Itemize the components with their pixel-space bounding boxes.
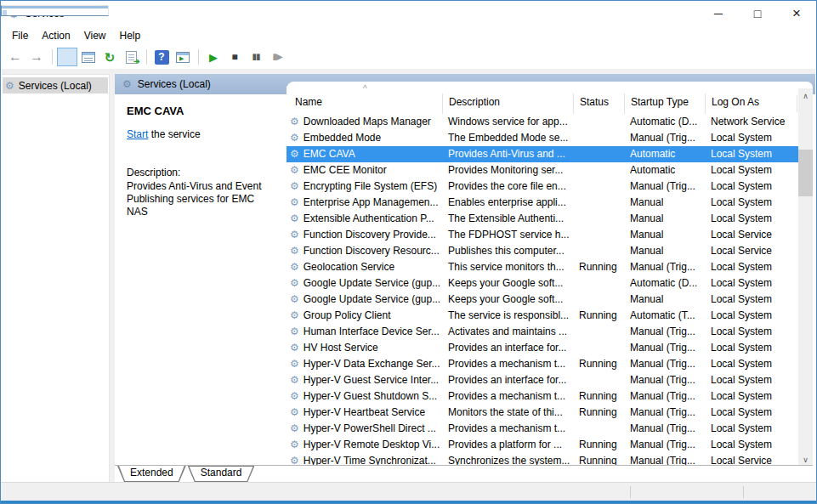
properties-button[interactable] [78,48,99,66]
stop-service-button[interactable]: ■ [224,48,245,66]
tree-item-services-local[interactable]: ⚙ Services (Local) [3,77,108,93]
table-row[interactable]: ⚙Hyper-V Guest Service Inter...Provides … [287,372,798,388]
column-header-name[interactable]: Name [287,93,442,114]
service-description-cell: This service monitors th... [442,259,573,275]
show-console-tree-button[interactable] [57,48,77,66]
column-header-description[interactable]: Description [442,93,573,114]
menu-help[interactable]: Help [113,27,148,44]
service-gear-icon: ⚙ [290,358,299,370]
service-gear-icon: ⚙ [290,229,299,241]
maximize-button[interactable]: □ [738,1,777,26]
service-status-cell [573,227,624,243]
service-description-cell: Provides an interface for... [442,372,573,388]
service-name-cell: ⚙HV Host Service [287,340,442,356]
scrollbar-thumb[interactable] [798,150,813,196]
service-gear-icon: ⚙ [290,196,299,208]
service-status-cell [573,195,624,211]
service-name-cell: ⚙Hyper-V Data Exchange Ser... [287,356,442,372]
start-service-link[interactable]: Start [127,128,148,140]
minimize-button[interactable]: ─ [699,1,738,26]
service-name-cell: ⚙Hyper-V Guest Service Inter... [287,372,442,388]
service-description-cell: The Extensible Authenti... [442,211,573,227]
table-row[interactable]: ⚙Hyper-V Data Exchange Ser...Provides a … [287,356,798,372]
service-startup-type-cell: Manual (Trig... [624,340,705,356]
service-startup-type-cell: Automatic (D... [624,114,705,130]
service-description-cell: Publishes this computer... [442,243,573,259]
menu-bar: File Action View Help [1,26,816,45]
close-button[interactable]: × [777,1,816,26]
service-gear-icon: ⚙ [290,245,299,257]
export-list-button[interactable] [121,48,141,66]
service-logon-cell: Local System [705,372,798,388]
forward-button[interactable]: → [26,48,47,66]
column-header-log-on-as[interactable]: Log On As [705,93,801,114]
service-status-cell [573,292,624,308]
tab-standard[interactable]: Standard [188,466,255,482]
service-logon-cell: Local System [705,259,798,275]
service-startup-type-cell: Manual [624,211,705,227]
table-row[interactable]: ⚙Hyper-V Guest Shutdown S...Provides a m… [287,388,798,405]
properties-icon [82,52,95,63]
description-label: Description: [127,167,278,178]
service-description-cell: The FDPHOST service h... [442,227,573,243]
title-bar[interactable]: ⚙ Services ─ □ × [1,1,816,26]
back-button[interactable]: ← [5,48,26,66]
table-row[interactable]: ⚙Embedded ModeThe Embedded Mode se...Man… [287,130,798,146]
table-row[interactable]: ⚙Human Interface Device Ser...Activates … [287,324,798,340]
statusbar-divider [743,486,744,498]
table-row[interactable]: ⚙Enterprise App Managemen...Enables ente… [287,195,798,211]
service-logon-cell: Local System [705,195,798,211]
table-row[interactable]: ⚙Downloaded Maps ManagerWindows service … [287,114,798,130]
service-description-cell: Windows service for app... [442,114,573,130]
service-gear-icon: ⚙ [290,132,299,144]
table-row[interactable]: ⚙Hyper-V Heartbeat ServiceMonitors the s… [287,405,798,421]
restart-service-button[interactable]: ▮▶ [267,48,287,66]
start-service-button[interactable]: ▶ [203,48,224,66]
service-name-cell: ⚙Hyper-V Remote Desktop Vi... [287,437,442,453]
console-tree-panel: ⚙ Services (Local) [2,74,110,482]
service-gear-icon: ⚙ [290,422,299,434]
service-description-cell: The service is responsibl... [442,308,573,324]
table-row[interactable]: ⚙HV Host ServiceProvides an interface fo… [287,340,798,356]
service-status-cell: Running [573,356,624,372]
service-name-cell: ⚙Embedded Mode [287,130,442,146]
table-row[interactable]: ⚙EMC CAVAProvides Anti-Virus and ...Auto… [287,146,798,162]
services-gear-icon: ⚙ [122,78,132,90]
refresh-button[interactable]: ↻ [99,48,120,66]
column-header-status[interactable]: Status [573,93,624,114]
service-action-line: Start the service [127,128,278,140]
table-row[interactable]: ⚙Google Update Service (gup...Keeps your… [287,275,798,292]
pause-service-button[interactable]: ▮▮ [246,48,266,66]
table-row[interactable]: ⚙Extensible Authentication P...The Exten… [287,211,798,227]
scroll-up-button[interactable]: ∧ [798,88,813,103]
service-name-cell: ⚙Downloaded Maps Manager [287,114,442,130]
content-area: ⚙ Services (Local) ⚙ Services (Local) EM… [2,70,815,482]
table-row[interactable]: ⚙Group Policy ClientThe service is respo… [287,308,798,324]
service-description-cell: The Embedded Mode se... [442,130,573,146]
help-button[interactable]: ? [151,48,172,66]
statusbar-divider [630,486,631,498]
table-row[interactable]: ⚙EMC CEE MonitorProvides Monitoring ser.… [287,162,798,178]
vertical-scrollbar[interactable]: ∧ ∨ [798,88,813,467]
table-row[interactable]: ⚙Encrypting File System (EFS)Provides th… [287,178,798,195]
table-row[interactable]: ⚙Google Update Service (gup...Keeps your… [287,292,798,308]
menu-action[interactable]: Action [35,27,77,44]
column-header-startup-type[interactable]: Startup Type [624,93,705,114]
menu-file[interactable]: File [5,27,35,44]
service-status-cell [573,130,624,146]
table-row[interactable]: ⚙Geolocation ServiceThis service monitor… [287,259,798,275]
service-startup-type-cell: Manual (Trig... [624,259,705,275]
tab-extended[interactable]: Extended [117,466,186,482]
table-row[interactable]: ⚙Hyper-V Remote Desktop Vi...Provides a … [287,437,798,453]
list-header: ^ Name Description Status Startup Type L… [287,82,798,114]
view-tabs: Extended Standard [115,465,813,482]
service-startup-type-cell: Manual (Trig... [624,130,705,146]
menu-view[interactable]: View [77,27,113,44]
table-row[interactable]: ⚙Function Discovery Provide...The FDPHOS… [287,227,798,243]
toolbar-separator [198,49,199,65]
service-startup-type-cell: Manual [624,243,705,259]
table-row[interactable]: ⚙Function Discovery Resourc...Publishes … [287,243,798,259]
table-row[interactable]: ⚙Hyper-V PowerShell Direct ...Provides a… [287,421,798,437]
show-action-pane-button[interactable] [173,48,193,66]
service-description-cell: Provides a platform for ... [442,437,573,453]
